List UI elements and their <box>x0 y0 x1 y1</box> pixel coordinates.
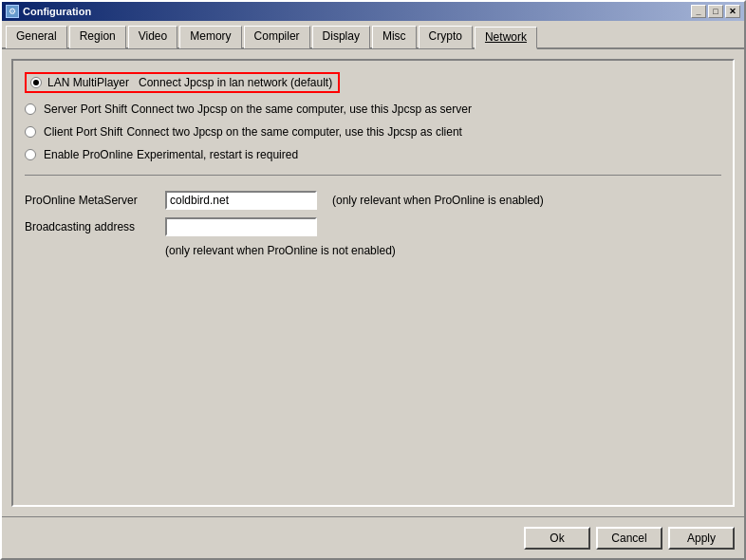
title-bar: ⚙ Configuration _ □ ✕ <box>2 2 744 21</box>
tab-crypto[interactable]: Crypto <box>419 26 473 48</box>
minimize-button[interactable]: _ <box>691 5 706 18</box>
tab-video[interactable]: Video <box>128 26 177 48</box>
tab-general[interactable]: General <box>6 26 67 48</box>
lan-highlight-box: LAN MultiPlayer Connect Jpcsp in lan net… <box>25 72 340 93</box>
proonline-radio[interactable] <box>25 149 36 160</box>
tab-memory[interactable]: Memory <box>179 26 241 48</box>
tab-network[interactable]: Network <box>475 27 537 49</box>
proonline-desc: Experimental, restart is required <box>137 148 298 161</box>
broadcasting-note: (only relevant when ProOnline is not ena… <box>165 244 721 257</box>
broadcasting-label: Broadcasting address <box>25 220 158 233</box>
close-button[interactable]: ✕ <box>725 5 740 18</box>
proonline-label: Enable ProOnline <box>44 148 133 161</box>
title-buttons: _ □ ✕ <box>691 5 740 18</box>
client-desc: Connect two Jpcsp on the same computer, … <box>126 125 462 139</box>
tabs-bar: General Region Video Memory Compiler Dis… <box>2 21 744 49</box>
cancel-button[interactable]: Cancel <box>596 527 662 550</box>
lan-radio-row: LAN MultiPlayer Connect Jpcsp in lan net… <box>25 72 721 93</box>
title-bar-left: ⚙ Configuration <box>6 5 91 18</box>
separator <box>25 175 721 176</box>
client-label: Client Port Shift <box>44 125 122 139</box>
lan-label: LAN MultiPlayer <box>47 76 129 89</box>
server-radio[interactable] <box>25 103 36 115</box>
metaserver-input[interactable] <box>165 191 317 210</box>
metaserver-row: ProOnline MetaServer (only relevant when… <box>25 191 721 210</box>
content-area: LAN MultiPlayer Connect Jpcsp in lan net… <box>2 49 744 516</box>
server-label: Server Port Shift <box>44 103 127 116</box>
lan-radio[interactable] <box>30 77 42 88</box>
tab-region[interactable]: Region <box>69 26 126 48</box>
client-radio[interactable] <box>25 126 36 138</box>
metaserver-label: ProOnline MetaServer <box>25 194 158 207</box>
server-radio-row: Server Port Shift Connect two Jpcsp on t… <box>25 103 721 116</box>
metaserver-note: (only relevant when ProOnline is enabled… <box>332 194 544 207</box>
window-title: Configuration <box>23 6 91 17</box>
main-window: ⚙ Configuration _ □ ✕ General Region Vid… <box>0 0 746 560</box>
client-radio-row: Client Port Shift Connect two Jpcsp on t… <box>25 125 721 139</box>
server-desc: Connect two Jpcsp on the same computer, … <box>131 103 472 116</box>
network-panel: LAN MultiPlayer Connect Jpcsp in lan net… <box>11 59 735 507</box>
ok-button[interactable]: Ok <box>524 527 590 550</box>
tab-compiler[interactable]: Compiler <box>244 26 310 48</box>
apply-button[interactable]: Apply <box>668 527 735 550</box>
window-icon: ⚙ <box>6 5 19 18</box>
radio-group: LAN MultiPlayer Connect Jpcsp in lan net… <box>25 72 721 165</box>
bottom-bar: Ok Cancel Apply <box>2 516 744 558</box>
tab-misc[interactable]: Misc <box>372 26 417 48</box>
lan-desc: Connect Jpcsp in lan network (default) <box>139 76 332 89</box>
fields-section: ProOnline MetaServer (only relevant when… <box>25 191 721 257</box>
broadcasting-row: Broadcasting address <box>25 217 721 236</box>
tab-display[interactable]: Display <box>312 26 370 48</box>
maximize-button[interactable]: □ <box>708 5 723 18</box>
broadcasting-input[interactable] <box>165 217 317 236</box>
proonline-radio-row: Enable ProOnline Experimental, restart i… <box>25 148 721 161</box>
